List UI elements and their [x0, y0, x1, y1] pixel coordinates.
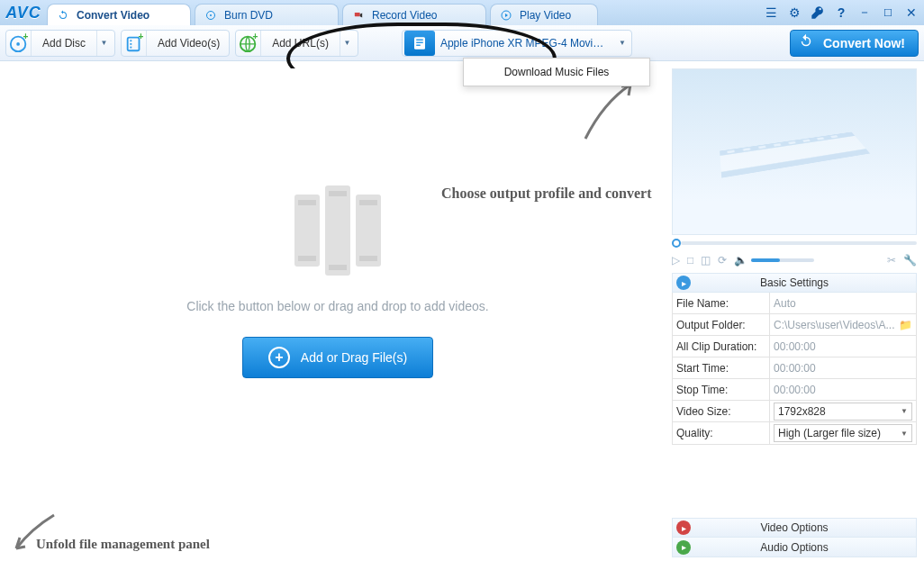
svg-rect-10	[130, 46, 131, 48]
drop-stage[interactable]: Click the button below or drag and drop …	[9, 68, 666, 557]
scissors-icon[interactable]: ✂	[887, 254, 896, 267]
tab-record-video[interactable]: Record Video	[342, 4, 486, 25]
play-icon	[500, 9, 512, 22]
prop-value[interactable]: 00:00:00	[770, 379, 916, 400]
preview-timeline[interactable]	[672, 239, 917, 248]
folder-icon[interactable]: 📁	[899, 319, 912, 331]
convert-now-label: Convert Now!	[823, 36, 905, 50]
volume-slider[interactable]: 🔈	[734, 254, 814, 267]
refresh-icon	[57, 9, 69, 22]
profile-format-icon	[404, 31, 435, 56]
section-video-options[interactable]: ▸ Video Options	[672, 518, 917, 538]
section-basic-settings[interactable]: ▸ Basic Settings	[672, 273, 917, 293]
chevron-down-icon: ▼	[901, 407, 908, 415]
main-toolbar: + Add Disc ▼ + Add Video(s) + Add URL(s)…	[0, 25, 924, 61]
disc-add-icon: +	[6, 31, 32, 56]
prop-value[interactable]: 00:00:00	[770, 357, 916, 378]
minimize-icon[interactable]: －	[857, 5, 872, 20]
prop-key: Start Time:	[673, 357, 770, 378]
prop-value[interactable]: Auto	[770, 293, 916, 313]
chevron-down-icon[interactable]: ▼	[340, 31, 354, 56]
add-disc-button[interactable]: + Add Disc ▼	[5, 30, 115, 57]
timeline-track[interactable]	[681, 241, 917, 245]
prop-value[interactable]: C:\Users\user\Videos\A...📁	[770, 314, 916, 335]
annotation-arrow-icon	[9, 511, 63, 556]
menu-icon[interactable]: ☰	[764, 5, 778, 20]
film-add-icon: +	[122, 31, 147, 56]
section-label: Video Options	[760, 521, 828, 534]
row-output-folder: Output Folder: C:\Users\user\Videos\A...…	[673, 314, 916, 336]
chevron-down-icon[interactable]: ▼	[615, 39, 630, 47]
add-files-label: Add or Drag File(s)	[301, 350, 407, 365]
menu-item-download-music[interactable]: Download Music Files	[464, 59, 649, 86]
section-label: Basic Settings	[760, 276, 829, 289]
svg-rect-15	[416, 39, 423, 41]
prop-key: File Name:	[673, 293, 770, 313]
collapse-icon: ▸	[676, 276, 691, 290]
close-icon[interactable]: ✕	[904, 5, 919, 20]
tab-burn-dvd[interactable]: Burn DVD	[195, 4, 339, 25]
tab-label: Record Video	[372, 9, 438, 22]
camera-icon	[352, 9, 365, 22]
svg-rect-9	[130, 43, 131, 45]
svg-rect-2	[355, 13, 360, 16]
prop-value[interactable]: High (Larger file size)▼	[770, 422, 916, 444]
placeholder-clips-icon	[284, 185, 392, 276]
output-profile-button[interactable]: Apple iPhone XR MPEG-4 Movie (*.m... ▼	[402, 30, 632, 57]
speaker-icon: 🔈	[734, 254, 747, 267]
chevron-down-icon[interactable]: ▼	[96, 31, 111, 56]
row-stop-time: Stop Time: 00:00:00	[673, 379, 916, 401]
timeline-handle-icon[interactable]	[672, 239, 681, 248]
section-audio-options[interactable]: ▸ Audio Options	[672, 538, 917, 557]
tab-convert-video[interactable]: Convert Video	[47, 4, 191, 25]
right-panel: ▷ □ ◫ ⟳ 🔈 ✂ 🔧 ▸ Basic Settings File Name…	[672, 68, 917, 557]
add-disc-label: Add Disc	[37, 37, 91, 50]
play-icon[interactable]: ▷	[672, 254, 680, 267]
add-urls-label: Add URL(s)	[267, 37, 334, 50]
maximize-icon[interactable]: ☐	[881, 5, 895, 20]
svg-rect-8	[130, 40, 131, 41]
prop-key: Output Folder:	[673, 314, 770, 335]
preview-controls: ▷ □ ◫ ⟳ 🔈 ✂ 🔧	[672, 251, 917, 269]
stop-icon[interactable]: □	[687, 254, 693, 267]
filmstrip-icon	[720, 127, 875, 185]
prop-key: All Clip Duration:	[673, 336, 770, 357]
row-quality: Quality: High (Larger file size)▼	[673, 422, 916, 444]
add-urls-menu: Download Music Files	[463, 58, 650, 86]
add-files-button[interactable]: + Add or Drag File(s)	[242, 337, 433, 378]
tab-label: Play Video	[520, 9, 571, 22]
plus-icon: +	[268, 347, 290, 368]
workspace: Click the button below or drag and drop …	[0, 61, 924, 561]
svg-text:+: +	[23, 33, 28, 41]
key-icon[interactable]	[811, 5, 825, 20]
section-label: Audio Options	[760, 541, 828, 554]
annotation-arrow-icon	[576, 76, 648, 148]
add-urls-button[interactable]: + Add URL(s) ▼	[235, 30, 358, 57]
snapshot-icon[interactable]: ◫	[701, 254, 711, 267]
add-videos-button[interactable]: + Add Video(s)	[121, 30, 230, 57]
tab-play-video[interactable]: Play Video	[490, 4, 598, 25]
svg-text:+: +	[138, 33, 143, 41]
output-profile-label: Apple iPhone XR MPEG-4 Movie (*.m...	[435, 37, 615, 50]
annotation-unfold-panel: Unfold file management panel	[36, 537, 210, 552]
app-logo: AVC	[0, 0, 47, 25]
gear-icon[interactable]: ⚙	[787, 5, 802, 20]
refresh-icon	[798, 33, 814, 52]
title-icons: ☰ ⚙ ? － ☐ ✕	[764, 0, 924, 25]
add-videos-label: Add Video(s)	[152, 37, 225, 50]
disc-icon	[204, 9, 217, 22]
convert-now-button[interactable]: Convert Now!	[790, 30, 919, 57]
wrench-icon[interactable]: 🔧	[903, 254, 917, 267]
help-icon[interactable]: ?	[834, 5, 848, 20]
rotate-icon[interactable]: ⟳	[718, 254, 727, 267]
svg-text:+: +	[252, 33, 258, 41]
expand-icon: ▸	[676, 540, 691, 555]
preview-area	[672, 68, 917, 235]
tab-label: Burn DVD	[224, 9, 273, 22]
annotation-choose-profile: Choose output profile and convert	[441, 185, 652, 202]
basic-settings-table: File Name: Auto Output Folder: C:\Users\…	[672, 293, 917, 445]
expand-icon: ▸	[676, 520, 691, 535]
tab-label: Convert Video	[77, 9, 149, 22]
prop-value[interactable]: 1792x828▼	[770, 401, 916, 421]
svg-point-5	[16, 42, 20, 46]
